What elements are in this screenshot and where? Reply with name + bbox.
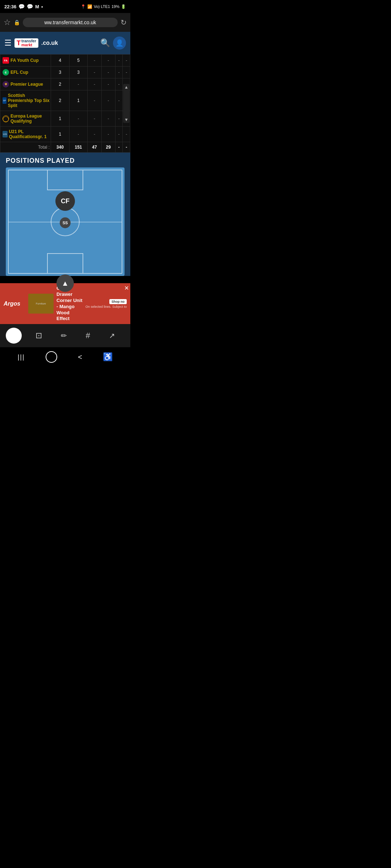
top-penalty-area: [47, 170, 83, 190]
table-row: ◯ Europa League Qualifying 1 - - - - -: [0, 111, 130, 127]
android-nav-bar: ||| < ♿: [0, 347, 130, 369]
competition-cell: SP Scottish Premiership Top Six Split: [3, 93, 50, 108]
assists-cell: -: [88, 78, 101, 90]
apps-cell: 2: [51, 78, 70, 90]
signal-text: Vo) LTE1: [94, 4, 110, 9]
scottish-prem-icon: SP: [3, 97, 7, 104]
competition-cell: U21 U21 PL Qualificationsgr. 1: [3, 129, 50, 139]
hashtag-icon[interactable]: #: [86, 331, 90, 340]
bottom-penalty-area: [47, 253, 83, 273]
accessibility-button[interactable]: ♿: [103, 352, 113, 362]
search-icon[interactable]: 🔍: [100, 38, 110, 48]
assists-cell: -: [88, 55, 101, 67]
total-apps: 340: [51, 142, 70, 153]
reds-cell: -: [115, 127, 123, 142]
total-row: Total : 340 151 47 29 - -: [0, 142, 130, 153]
yellows-cell: -: [101, 55, 115, 67]
user-avatar[interactable]: 👤: [113, 37, 126, 50]
yellows-cell: -: [101, 111, 115, 127]
bottom-toolbar: ⊡ ✏ # ↗: [0, 324, 130, 347]
reds-cell: -: [115, 90, 123, 111]
ad-terms: On selected lines. Subject to: [85, 305, 127, 309]
yellows-cell: -: [101, 127, 115, 142]
stats-table-container: FA FA Youth Cup 4 5 - - - - E EFL Cup 3 …: [0, 54, 130, 153]
time: 22:36: [4, 4, 16, 9]
competition-name: Scottish Premiership Top Six Split: [8, 93, 50, 108]
competition-cell: 🦁 Premier League: [3, 81, 50, 88]
apps-cell: 2: [51, 90, 70, 111]
chat-icon: 💬: [27, 4, 33, 9]
bookmark-icon[interactable]: ☆: [4, 18, 11, 27]
reds-cell: -: [115, 111, 123, 127]
table-row: SP Scottish Premiership Top Six Split 2 …: [0, 90, 130, 111]
goals-cell: 3: [69, 67, 88, 78]
url-bar[interactable]: ww.transfermarkt.co.uk: [23, 18, 118, 27]
apps-cell: 1: [51, 111, 70, 127]
menu-button[interactable]: ☰: [4, 38, 12, 48]
logo-t: T: [17, 39, 21, 47]
scroll-indicator[interactable]: ▲ ▼: [123, 84, 130, 123]
total-minutes: -: [123, 142, 130, 153]
total-assists: 47: [88, 142, 101, 153]
reload-icon[interactable]: ↻: [121, 18, 127, 27]
competition-cell: E EFL Cup: [3, 69, 50, 76]
table-row: E EFL Cup 3 3 - - - -: [0, 67, 130, 78]
positions-section: POSITIONS PLAYED CF SS: [0, 153, 130, 276]
battery-icon: 🔋: [121, 4, 126, 9]
edit-icon[interactable]: ✏: [61, 331, 67, 340]
minutes-cell: -: [123, 55, 130, 67]
total-yellows: 29: [101, 142, 115, 153]
ad-shop-now: Shop no On selected lines. Subject to: [85, 299, 127, 309]
minutes-cell: -: [123, 127, 130, 142]
recent-apps-button[interactable]: |||: [18, 353, 25, 361]
goals-cell: -: [69, 111, 88, 127]
ad-product-image: Furniture: [28, 294, 54, 314]
yellows-cell: -: [101, 67, 115, 78]
goals-cell: 5: [69, 55, 88, 67]
goals-cell: 1: [69, 90, 88, 111]
dot-indicator: •: [41, 4, 43, 9]
minutes-cell: -: [123, 67, 130, 78]
u21-icon: U21: [3, 131, 8, 137]
browser-bar: ☆ 🔒 ww.transfermarkt.co.uk ↻: [0, 13, 130, 32]
scroll-down-icon[interactable]: ▼: [124, 117, 129, 122]
assists-cell: -: [88, 90, 101, 111]
ss-label: SS: [63, 221, 68, 225]
ss-position: SS: [60, 217, 71, 228]
cf-position: CF: [55, 191, 75, 211]
logo[interactable]: T transfer markt: [14, 38, 38, 48]
total-reds: -: [115, 142, 123, 153]
assists-cell: -: [88, 127, 101, 142]
location-icon: 📍: [81, 4, 86, 9]
scan-icon[interactable]: ⊡: [35, 331, 42, 340]
ad-section: ▲ Argos Furniture GFW 3 Drawer Corner Un…: [0, 283, 130, 324]
ad-description: GFW 3 Drawer Corner Unit - Mango Wood Ef…: [56, 285, 83, 322]
total-label: Total :: [0, 142, 51, 153]
europa-league-icon: ◯: [3, 115, 9, 122]
ad-title: GFW 3 Drawer Corner Unit - Mango Wood Ef…: [56, 285, 83, 322]
home-button[interactable]: [46, 351, 57, 363]
shop-now-button[interactable]: Shop no: [109, 299, 127, 304]
apps-cell: 3: [51, 67, 70, 78]
domain-label: .co.uk: [41, 40, 58, 46]
back-button[interactable]: <: [78, 353, 82, 361]
reds-cell: -: [115, 78, 123, 90]
yellows-cell: -: [101, 90, 115, 111]
profile-circle[interactable]: [6, 328, 22, 344]
competition-cell: FA FA Youth Cup: [3, 57, 50, 64]
status-bar: 22:36 💬 💬 M • 📍 📶 Vo) LTE1 19% 🔋: [0, 0, 130, 13]
reds-cell: -: [115, 55, 123, 67]
share-icon[interactable]: ↗: [109, 331, 115, 340]
total-goals: 151: [69, 142, 88, 153]
lock-icon: 🔒: [14, 20, 20, 25]
scroll-up-icon[interactable]: ▲: [124, 85, 129, 90]
m-icon: M: [35, 4, 39, 9]
efl-cup-icon: E: [3, 69, 9, 76]
status-left: 22:36 💬 💬 M •: [4, 4, 43, 9]
scroll-to-top-button[interactable]: ▲: [56, 275, 74, 292]
reds-cell: -: [115, 67, 123, 78]
cf-label: CF: [61, 197, 70, 205]
ad-close-button[interactable]: ✕: [124, 285, 129, 292]
competition-name: FA Youth Cup: [10, 58, 39, 63]
positions-header: POSITIONS PLAYED: [0, 153, 130, 167]
